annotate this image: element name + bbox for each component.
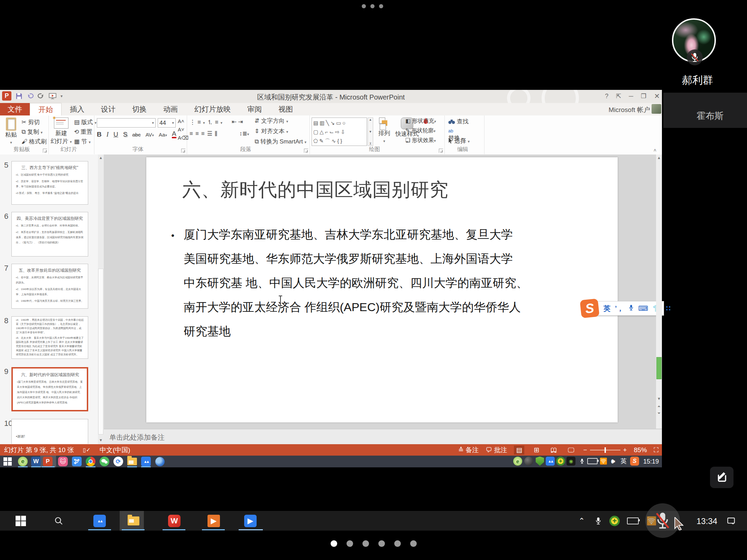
layout-button[interactable]: ▤ 版式 ▾ <box>74 118 96 126</box>
reset-button[interactable]: ⟲ 重置 <box>74 128 92 136</box>
underline-button[interactable]: U <box>113 131 118 138</box>
ime-keyboard-icon[interactable]: ⌨ <box>638 304 648 312</box>
host-search-icon[interactable] <box>53 515 65 527</box>
drawing-dialog-launcher[interactable] <box>439 149 443 153</box>
help-button[interactable]: ? <box>605 93 608 100</box>
shadow-button[interactable]: S <box>123 131 128 138</box>
ime-toolbox-icon[interactable]: ∷ <box>666 304 671 312</box>
select-button[interactable]: 选择 ▾ <box>448 137 470 145</box>
arrange-button[interactable]: 排列▾ <box>375 118 393 144</box>
text-direction-button[interactable]: ⇵ 文字方向 ▾ <box>255 117 288 125</box>
host-meeting-icon[interactable] <box>93 515 106 527</box>
indent-buttons[interactable]: ⇤⇥ <box>232 118 245 125</box>
ime-language-mode[interactable]: 英 <box>603 304 610 313</box>
tab-file[interactable]: 文件 <box>0 103 30 115</box>
shape-outline-button[interactable]: ✎ 形状轮廓▾ <box>405 127 435 134</box>
tab-transitions[interactable]: 切换 <box>124 103 155 115</box>
decrease-font-button[interactable]: A˅ <box>178 127 184 132</box>
strikethrough-button[interactable]: abc <box>132 132 140 138</box>
zoom-slider[interactable]: − + <box>583 446 627 454</box>
shapes-gallery[interactable]: ▤▥╲↘▭○▢△⌐⌙⇨⇩⬠✎⌒∿{} <box>312 118 367 146</box>
tray-lang-indicator[interactable]: 英 <box>619 457 628 466</box>
format-painter-button[interactable]: 🖌 格式刷 <box>21 138 47 146</box>
tab-slideshow[interactable]: 幻灯片放映 <box>186 103 239 115</box>
collapse-ribbon-button[interactable]: ˄ <box>654 148 656 153</box>
close-button[interactable]: ✕ <box>654 92 660 100</box>
host-start-button[interactable] <box>15 515 27 527</box>
slide-sorter-view-button[interactable]: ⊞ <box>531 446 542 455</box>
meeting-more-menu[interactable] <box>362 4 383 8</box>
blue-bird-app-icon[interactable]: 🕊 <box>72 457 82 466</box>
tray-speaker-icon[interactable]: 🕪 <box>609 457 618 466</box>
restore-button[interactable]: ❐ <box>641 92 646 100</box>
thumbnail-scrollbar[interactable]: ▲ ▼ <box>98 155 104 444</box>
carousel-pagination-dots[interactable] <box>0 540 747 547</box>
slide-title[interactable]: 六、新时代的中国区域国别研究 <box>182 177 449 203</box>
page-dot-active[interactable] <box>331 540 337 547</box>
fit-to-window-button[interactable]: ⛶ <box>654 446 658 454</box>
copy-button[interactable]: ⧉ 复制 ▾ <box>21 128 43 136</box>
change-case-button[interactable]: Aa▾ <box>159 132 167 138</box>
tray-mic-icon[interactable] <box>578 457 587 466</box>
tray-sogou-icon[interactable]: S <box>630 457 639 466</box>
tray-360-icon[interactable]: e <box>513 457 522 466</box>
chrome-icon[interactable] <box>86 457 95 466</box>
font-size-combo[interactable]: 44▾ <box>158 118 176 128</box>
360-browser-icon[interactable]: e <box>18 457 28 466</box>
tray-shield-icon[interactable] <box>535 457 544 466</box>
host-mic-icon[interactable] <box>592 515 605 527</box>
wechat-icon[interactable] <box>100 457 109 466</box>
language-indicator[interactable]: 中文(中国) <box>100 446 130 455</box>
zoom-out-button[interactable]: − <box>583 446 587 454</box>
slide-thumbnail-5[interactable]: 三、西方主导下的"殖民地研究" •1、区域国别研究 集中于对非西方文明的研究 •… <box>11 161 88 205</box>
host-notification-icon[interactable] <box>725 515 737 527</box>
zoom-level[interactable]: 85% <box>634 446 647 454</box>
nvidia-icon[interactable]: ◉ <box>566 457 575 466</box>
slide-thumbnail-6[interactable]: 四、美苏冷战背景下的区域国别研究 •1、第二次世界大战，全球社会科学、科学向美国… <box>11 212 88 256</box>
minimize-button[interactable]: ─ <box>629 93 633 100</box>
ribbon-display-button[interactable]: ⇱ <box>616 92 621 100</box>
thumbnail-scrollbar-thumb[interactable] <box>98 269 103 435</box>
next-slide-button[interactable]: ⏷ <box>656 411 662 416</box>
tray-globe-icon[interactable] <box>524 457 533 466</box>
media-player-icon[interactable]: ▶ <box>208 515 220 527</box>
line-spacing-button[interactable]: ↕≣▾ <box>239 130 249 137</box>
char-spacing-button[interactable]: AV▾ <box>146 132 154 138</box>
file-explorer-icon[interactable] <box>127 457 137 466</box>
ime-punctuation-icon[interactable]: ’， <box>615 304 624 313</box>
tab-design[interactable]: 设计 <box>93 103 124 115</box>
participant-tile-1[interactable]: 郝利群 <box>662 0 747 93</box>
ime-toolbar[interactable]: S 英 ’， ⌨ 👕 ∷ <box>585 301 664 316</box>
sogou-logo-icon[interactable]: S <box>580 298 599 318</box>
word-icon[interactable]: W <box>31 457 41 466</box>
slideshow-view-button[interactable]: 🖵 <box>566 446 576 455</box>
tab-review[interactable]: 审阅 <box>239 103 270 115</box>
previous-slide-button[interactable]: ⏶ <box>656 404 662 409</box>
editor-scrollbar[interactable]: ▲ ▼ ⏶ ⏷ <box>656 155 662 429</box>
shapes-gallery-scroll[interactable]: ▲▼⊼ <box>368 118 373 146</box>
slide-thumbnail-10[interactable]: •谢谢! <box>11 419 88 444</box>
italic-button[interactable]: I <box>107 131 109 138</box>
google-earth-icon[interactable] <box>155 457 165 466</box>
slide-thumbnail-9-selected[interactable]: 六、新时代的中国区域国别研究 •厦门大学东南亚研究基地、吉林大学东北亚研究基地、… <box>11 367 88 411</box>
cut-button[interactable]: ✂ 剪切 <box>21 118 40 126</box>
slide-canvas[interactable]: 六、新时代的中国区域国别研究 •厦门大学东南亚研究基地、吉林大学东北亚研究基地、… <box>146 157 618 422</box>
tray-wifi-icon[interactable]: 🛜 <box>599 457 608 466</box>
meeting-app-icon[interactable] <box>141 457 151 466</box>
annotation-tool-button[interactable] <box>710 467 734 488</box>
tab-animations[interactable]: 动画 <box>155 103 186 115</box>
align-buttons[interactable]: ≡≡≡☰⫼ <box>190 130 220 137</box>
microsoft-account[interactable]: Microsoft 帐户 <box>609 105 650 114</box>
smartart-button[interactable]: ⧉ 转换为 SmartArt ▾ <box>255 138 306 146</box>
host-360-plus-icon[interactable]: + <box>609 516 620 526</box>
tab-insert[interactable]: 插入 <box>62 103 93 115</box>
bullets-button[interactable]: ⋮≡▾⒈≡▾ <box>190 118 224 126</box>
video-player-active-icon[interactable]: ▶ <box>244 515 257 527</box>
clipboard-dialog-launcher[interactable] <box>43 149 47 153</box>
bold-button[interactable]: B <box>97 131 102 138</box>
paste-button[interactable]: 粘贴▾ <box>3 118 19 146</box>
new-slide-button[interactable]: ✷ 新建 幻灯片 ▾ <box>50 118 72 145</box>
zoom-in-button[interactable]: + <box>623 446 627 454</box>
align-text-button[interactable]: ⇕ 对齐文本 ▾ <box>255 127 288 135</box>
font-color-button[interactable]: A <box>172 131 176 138</box>
